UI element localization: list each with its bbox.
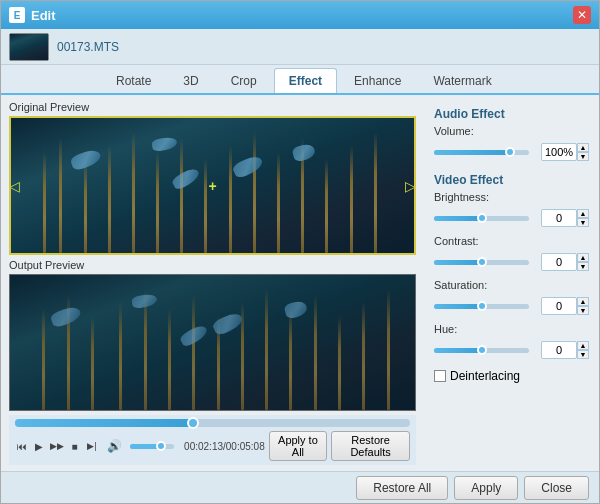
tab-effect[interactable]: Effect [274, 68, 337, 93]
controls-row: ⏮ ▶ ▶▶ ■ ▶| 🔊 00:02:13/00:05:08 Apply to… [15, 431, 410, 461]
contrast-input[interactable] [541, 253, 577, 271]
hue-spin-up[interactable]: ▲ [577, 341, 589, 350]
main-area: Original Preview [1, 95, 599, 471]
hue-slider-track[interactable] [434, 348, 529, 353]
window-icon: E [9, 7, 25, 23]
contrast-slider-fill [434, 260, 482, 265]
original-preview: + ◁ ▷ [9, 116, 416, 255]
progress-track[interactable] [15, 419, 410, 427]
tab-watermark[interactable]: Watermark [418, 68, 506, 93]
file-thumbnail [9, 33, 49, 61]
volume-spin-down[interactable]: ▼ [577, 152, 589, 161]
brightness-spin-down[interactable]: ▼ [577, 218, 589, 227]
stop-button[interactable]: ■ [68, 437, 81, 455]
contrast-input-row: ▲ ▼ [537, 253, 589, 271]
saturation-input[interactable] [541, 297, 577, 315]
contrast-spin-up[interactable]: ▲ [577, 253, 589, 262]
hue-row: Hue: [434, 323, 589, 335]
hue-label: Hue: [434, 323, 499, 335]
contrast-slider-track[interactable] [434, 260, 529, 265]
apply-to-all-button[interactable]: Apply to All [269, 431, 327, 461]
restore-defaults-button[interactable]: Restore Defaults [331, 431, 410, 461]
left-arrow: ◁ [9, 178, 20, 194]
volume-input[interactable] [541, 143, 577, 161]
volume-slider-row: ▲ ▼ [434, 143, 589, 161]
deinterlacing-checkbox[interactable] [434, 370, 446, 382]
crosshair: + [208, 178, 216, 194]
saturation-label: Saturation: [434, 279, 499, 291]
hue-input-row: ▲ ▼ [537, 341, 589, 359]
edit-window: E Edit ✕ 00173.MTS Rotate 3D Crop Effect… [0, 0, 600, 504]
volume-spin-up[interactable]: ▲ [577, 143, 589, 152]
hue-spin-down[interactable]: ▼ [577, 350, 589, 359]
hue-slider-thumb[interactable] [477, 345, 487, 355]
brightness-slider-row: ▲ ▼ [434, 209, 589, 227]
volume-icon: 🔊 [107, 439, 122, 453]
playback-bar: ⏮ ▶ ▶▶ ■ ▶| 🔊 00:02:13/00:05:08 Apply to… [9, 415, 416, 465]
audio-effect-label: Audio Effect [434, 107, 589, 121]
brightness-label: Brightness: [434, 191, 499, 203]
tabs-bar: Rotate 3D Crop Effect Enhance Watermark [1, 65, 599, 95]
title-bar: E Edit ✕ [1, 1, 599, 29]
apply-button[interactable]: Apply [454, 476, 518, 500]
close-button[interactable]: Close [524, 476, 589, 500]
saturation-spin-down[interactable]: ▼ [577, 306, 589, 315]
hue-slider-fill [434, 348, 482, 353]
volume-track[interactable] [130, 444, 175, 449]
brightness-slider-thumb[interactable] [477, 213, 487, 223]
skip-back-button[interactable]: ⏮ [15, 437, 28, 455]
deinterlacing-label: Deinterlacing [450, 369, 520, 383]
window-title: Edit [31, 8, 573, 23]
saturation-row: Saturation: [434, 279, 589, 291]
saturation-slider-thumb[interactable] [477, 301, 487, 311]
saturation-slider-fill [434, 304, 482, 309]
brightness-input-row: ▲ ▼ [537, 209, 589, 227]
close-window-button[interactable]: ✕ [573, 6, 591, 24]
bottom-bar: Restore All Apply Close [1, 471, 599, 503]
volume-thumb[interactable] [156, 441, 166, 451]
contrast-spin-down[interactable]: ▼ [577, 262, 589, 271]
step-button[interactable]: ▶| [85, 437, 98, 455]
time-display: 00:02:13/00:05:08 [184, 441, 265, 452]
video-effect-label: Video Effect [434, 173, 589, 187]
deinterlacing-row: Deinterlacing [434, 369, 589, 383]
preview-area: Original Preview [1, 95, 424, 471]
fast-forward-button[interactable]: ▶▶ [50, 437, 64, 455]
brightness-slider-track[interactable] [434, 216, 529, 221]
contrast-slider-thumb[interactable] [477, 257, 487, 267]
volume-row: Volume: [434, 125, 589, 137]
side-panel: Audio Effect Volume: ▲ ▼ Video Eff [424, 95, 599, 471]
volume-slider-fill [434, 150, 510, 155]
output-preview-label: Output Preview [9, 259, 416, 271]
output-preview [9, 274, 416, 411]
brightness-row: Brightness: [434, 191, 589, 203]
progress-fill [15, 419, 193, 427]
saturation-slider-row: ▲ ▼ [434, 297, 589, 315]
volume-label: Volume: [434, 125, 499, 137]
original-preview-label: Original Preview [9, 101, 416, 113]
file-bar: 00173.MTS [1, 29, 599, 65]
file-name: 00173.MTS [57, 40, 119, 54]
tab-rotate[interactable]: Rotate [101, 68, 166, 93]
brightness-spin-up[interactable]: ▲ [577, 209, 589, 218]
saturation-input-row: ▲ ▼ [537, 297, 589, 315]
tab-3d[interactable]: 3D [168, 68, 213, 93]
progress-thumb[interactable] [187, 417, 199, 429]
contrast-label: Contrast: [434, 235, 499, 247]
hue-slider-row: ▲ ▼ [434, 341, 589, 359]
contrast-row: Contrast: [434, 235, 589, 247]
restore-all-button[interactable]: Restore All [356, 476, 448, 500]
saturation-spin-up[interactable]: ▲ [577, 297, 589, 306]
saturation-slider-track[interactable] [434, 304, 529, 309]
brightness-input[interactable] [541, 209, 577, 227]
tab-crop[interactable]: Crop [216, 68, 272, 93]
tab-enhance[interactable]: Enhance [339, 68, 416, 93]
right-arrow: ▷ [405, 178, 416, 194]
volume-input-row: ▲ ▼ [537, 143, 589, 161]
play-button[interactable]: ▶ [32, 437, 45, 455]
brightness-slider-fill [434, 216, 482, 221]
volume-slider-track[interactable] [434, 150, 529, 155]
contrast-slider-row: ▲ ▼ [434, 253, 589, 271]
hue-input[interactable] [541, 341, 577, 359]
volume-slider-thumb[interactable] [505, 147, 515, 157]
